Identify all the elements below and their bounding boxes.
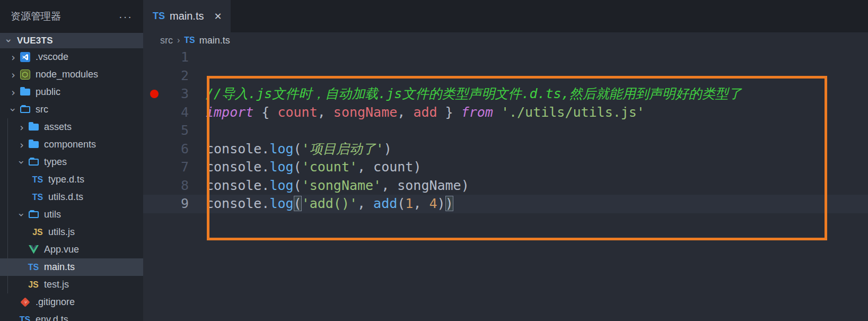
close-icon[interactable]: ✕ xyxy=(214,11,222,22)
folder-icon xyxy=(19,86,31,98)
file-tree: ›.vscode›⬡node_modules›public›src›assets… xyxy=(0,48,143,321)
vue-icon xyxy=(28,244,39,256)
tree-item-label: node_modules xyxy=(36,69,98,80)
typescript-icon: TS xyxy=(28,262,39,273)
chevron-down-icon: › xyxy=(3,35,15,47)
folder-icon xyxy=(28,122,39,133)
code-line[interactable]: 4import { count, songName, add } from '.… xyxy=(143,103,868,122)
project-section-header[interactable]: › VUE3TS xyxy=(0,33,143,48)
tree-item-utils-js[interactable]: ›JSutils.js xyxy=(0,223,143,241)
tree-item-assets[interactable]: ›assets xyxy=(0,118,143,136)
tree-item-test-js[interactable]: ›JStest.js xyxy=(0,276,143,293)
tree-item-src[interactable]: ›src xyxy=(0,101,143,118)
code-line[interactable]: 9console.log('add()', add(1, 4)) xyxy=(143,195,868,213)
ts-file-icon: TS xyxy=(184,36,195,45)
tree-item-utils[interactable]: ›utils xyxy=(0,206,143,223)
tree-item-label: utils xyxy=(44,209,61,220)
tree-item-label: types xyxy=(44,157,67,168)
tree-item-type-d-ts[interactable]: ›TStype.d.ts xyxy=(0,171,143,188)
code-line[interactable]: 1 xyxy=(143,48,868,67)
code-line-content: console.log('songName', songName) xyxy=(206,177,868,195)
gutter[interactable]: 3 xyxy=(143,85,206,103)
tree-item-utils-d-ts[interactable]: ›TSutils.d.ts xyxy=(0,188,143,206)
code-line[interactable]: 5 xyxy=(143,122,868,140)
tree-item-env-d-ts[interactable]: ›TSenv.d.ts xyxy=(0,311,143,321)
gutter[interactable]: 4 xyxy=(143,103,206,122)
code-line-content: console.log('add()', add(1, 4)) xyxy=(206,195,868,213)
tab-main-ts[interactable]: TS main.ts ✕ xyxy=(143,0,231,32)
chevron-right-icon: › xyxy=(16,139,28,151)
tree-item-label: utils.js xyxy=(48,227,75,238)
gutter[interactable]: 2 xyxy=(143,67,206,85)
code-line[interactable]: 2 xyxy=(143,67,868,85)
breakpoint-icon[interactable] xyxy=(150,90,159,98)
tree-item-types[interactable]: ›types xyxy=(0,153,143,171)
code-line[interactable]: 6console.log('项目启动了') xyxy=(143,140,868,159)
code-line-content xyxy=(206,67,868,85)
typescript-icon: TS xyxy=(19,314,31,321)
code-line-content: //导入.js文件时，自动加载.js文件的类型声明文件.d.ts,然后就能用到声… xyxy=(206,85,868,103)
project-name: VUE3TS xyxy=(17,36,53,46)
tree-item-label: main.ts xyxy=(44,262,75,273)
gutter[interactable]: 1 xyxy=(143,48,206,67)
breadcrumb-file[interactable]: main.ts xyxy=(199,35,230,46)
explorer-header: 资源管理器 ··· xyxy=(0,0,143,33)
tree-item-label: assets xyxy=(44,122,72,133)
tree-item-label: test.js xyxy=(44,279,69,290)
typescript-icon: TS xyxy=(32,192,43,203)
chevron-right-icon: › xyxy=(7,86,19,98)
code-line-content: console.log('项目启动了') xyxy=(206,140,868,159)
tab-label: main.ts xyxy=(170,10,204,22)
tree-item-app-vue[interactable]: ›App.vue xyxy=(0,241,143,258)
ts-file-icon: TS xyxy=(153,11,165,22)
line-number: 9 xyxy=(181,195,189,213)
code-line-content xyxy=(206,48,868,67)
gutter[interactable]: 6 xyxy=(143,140,206,159)
line-number: 7 xyxy=(181,158,189,177)
breadcrumb[interactable]: src › TS main.ts xyxy=(143,32,868,48)
gutter[interactable]: 8 xyxy=(143,177,206,195)
javascript-icon: JS xyxy=(28,279,39,291)
vscode-window: 资源管理器 ··· › VUE3TS ›.vscode›⬡node_module… xyxy=(0,0,868,321)
tree-item-label: .vscode xyxy=(36,51,68,63)
tree-item-label: App.vue xyxy=(44,244,79,255)
javascript-icon: JS xyxy=(32,227,43,238)
tree-item-label: env.d.ts xyxy=(36,314,68,321)
code-line[interactable]: 3//导入.js文件时，自动加载.js文件的类型声明文件.d.ts,然后就能用到… xyxy=(143,85,868,103)
chevron-down-icon: › xyxy=(16,157,28,168)
tree-item-public[interactable]: ›public xyxy=(0,83,143,101)
line-number: 5 xyxy=(181,122,189,140)
code-lines: 123//导入.js文件时，自动加载.js文件的类型声明文件.d.ts,然后就能… xyxy=(143,48,868,213)
tree-item-components[interactable]: ›components xyxy=(0,136,143,153)
code-line[interactable]: 8console.log('songName', songName) xyxy=(143,177,868,195)
tree-item-label: src xyxy=(36,104,48,115)
gutter[interactable]: 5 xyxy=(143,122,206,140)
git-icon: ⑂ xyxy=(19,297,31,308)
line-number: 4 xyxy=(181,103,189,122)
folder-open-icon xyxy=(28,209,39,221)
gutter[interactable]: 9 xyxy=(143,195,206,213)
more-actions-icon[interactable]: ··· xyxy=(119,14,133,19)
tree-item-label: utils.d.ts xyxy=(48,192,83,203)
code-editor[interactable]: 123//导入.js文件时，自动加载.js文件的类型声明文件.d.ts,然后就能… xyxy=(143,48,868,321)
tree-item-vscode[interactable]: ›.vscode xyxy=(0,48,143,66)
code-line-content xyxy=(206,122,868,140)
code-line-content: console.log('count', count) xyxy=(206,158,868,177)
code-line-content: import { count, songName, add } from './… xyxy=(206,103,868,122)
tree-item-node-modules[interactable]: ›⬡node_modules xyxy=(0,66,143,83)
tree-item-main-ts[interactable]: ›TSmain.ts xyxy=(0,258,143,276)
chevron-down-icon: › xyxy=(7,104,19,116)
chevron-right-icon: › xyxy=(177,36,180,45)
tree-item-label: type.d.ts xyxy=(48,174,84,185)
code-line[interactable]: 7console.log('count', count) xyxy=(143,158,868,177)
typescript-icon: TS xyxy=(32,174,43,186)
tree-item-gitignore[interactable]: ›⑂.gitignore xyxy=(0,293,143,311)
tree-item-label: public xyxy=(36,86,60,98)
vscode-icon xyxy=(19,51,31,63)
line-number: 6 xyxy=(181,140,189,159)
chevron-down-icon: › xyxy=(16,209,28,221)
breadcrumb-folder[interactable]: src xyxy=(160,35,173,46)
chevron-right-icon: › xyxy=(7,69,19,81)
gutter[interactable]: 7 xyxy=(143,158,206,177)
tree-item-label: .gitignore xyxy=(36,297,75,308)
